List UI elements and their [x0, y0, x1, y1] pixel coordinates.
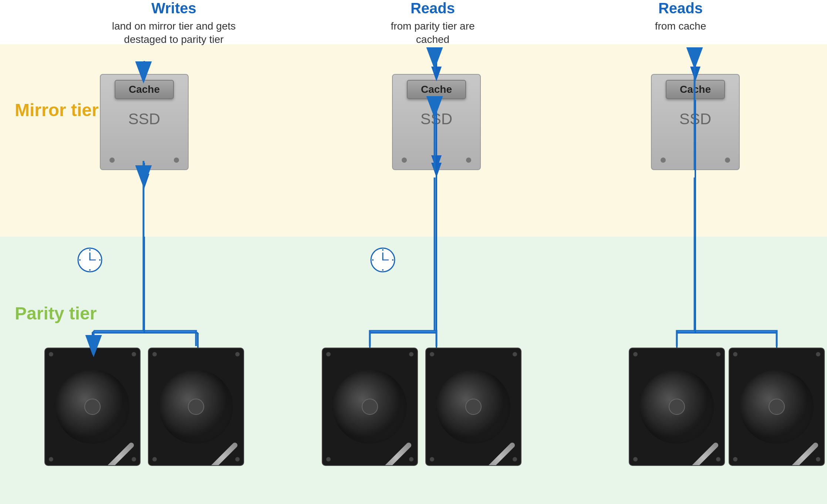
hdd4-corner-br — [513, 457, 517, 461]
ssd3-cache-badge: Cache — [666, 80, 725, 99]
ssd-unit-1: Cache SSD — [100, 74, 189, 177]
hdd6-corner-tr — [816, 352, 820, 356]
clock-icon-1 — [77, 247, 103, 273]
reads-cache-title: Reads — [621, 0, 740, 17]
hdd-unit-2 — [148, 348, 244, 466]
svg-point-10 — [372, 259, 374, 261]
hdd5-corner-br — [716, 457, 720, 461]
ssd-unit-2: Cache SSD — [392, 74, 481, 177]
writes-subtitle: land on mirror tier and getsdestaged to … — [104, 20, 244, 47]
hdd4-corner-tl — [430, 352, 434, 356]
ssd1-cache-badge: Cache — [115, 80, 174, 99]
ssd2-label: SSD — [421, 110, 452, 128]
hdd1-corner-br — [132, 457, 136, 461]
hdd4-corner-tr — [513, 352, 517, 356]
hdd5-corner-tr — [716, 352, 720, 356]
hdd2-corner-br — [235, 457, 240, 461]
svg-point-1 — [89, 249, 91, 251]
reads-parity-column-header: Reads from parity tier arecached — [362, 0, 503, 47]
hdd3-corner-tr — [409, 352, 414, 356]
hdd3-corner-tl — [326, 352, 331, 356]
svg-point-4 — [99, 259, 101, 261]
svg-point-9 — [382, 269, 384, 271]
reads-parity-title: Reads — [362, 0, 503, 17]
hdd-unit-4 — [425, 348, 521, 466]
hdd3-corner-bl — [326, 457, 331, 461]
hdd-unit-1 — [44, 348, 141, 466]
reads-cache-subtitle: from cache — [621, 20, 740, 33]
reads-cache-column-header: Reads from cache — [621, 0, 740, 33]
ssd3-label: SSD — [679, 110, 711, 128]
ssd3-dot-left — [661, 158, 666, 163]
hdd-unit-6 — [729, 348, 825, 466]
parity-tier-label: Parity tier — [15, 303, 97, 324]
ssd1-label: SSD — [128, 110, 160, 128]
hdd6-corner-bl — [733, 457, 737, 461]
hdd1-corner-tr — [132, 352, 136, 356]
hdd2-corner-bl — [152, 457, 157, 461]
hdd-unit-3 — [322, 348, 418, 466]
ssd2-cache-badge: Cache — [407, 80, 466, 99]
hdd1-corner-tl — [49, 352, 53, 356]
hdd-unit-5 — [629, 348, 725, 466]
svg-point-2 — [89, 269, 91, 271]
reads-parity-subtitle: from parity tier arecached — [362, 20, 503, 47]
svg-point-11 — [392, 259, 394, 261]
ssd1-dot-left — [109, 158, 115, 163]
hdd3-corner-br — [409, 457, 414, 461]
hdd6-corner-tl — [733, 352, 737, 356]
svg-point-8 — [382, 249, 384, 251]
ssd2-dot-left — [402, 158, 407, 163]
hdd4-corner-bl — [430, 457, 434, 461]
hdd5-corner-bl — [633, 457, 638, 461]
hdd1-corner-bl — [49, 457, 53, 461]
diagram-container: Mirror tier Parity tier Writes land on m… — [0, 0, 827, 504]
svg-point-3 — [79, 259, 81, 261]
mirror-tier-label: Mirror tier — [15, 100, 99, 120]
ssd2-dot-right — [466, 158, 471, 163]
ssd1-dot-right — [174, 158, 179, 163]
hdd5-corner-tl — [633, 352, 638, 356]
ssd3-dot-right — [725, 158, 730, 163]
hdd2-corner-tr — [235, 352, 240, 356]
hdd6-corner-br — [816, 457, 820, 461]
ssd-unit-3: Cache SSD — [651, 74, 740, 177]
writes-title: Writes — [104, 0, 244, 17]
hdd2-corner-tl — [152, 352, 157, 356]
writes-column-header: Writes land on mirror tier and getsdesta… — [104, 0, 244, 47]
clock-icon-2 — [370, 247, 396, 273]
